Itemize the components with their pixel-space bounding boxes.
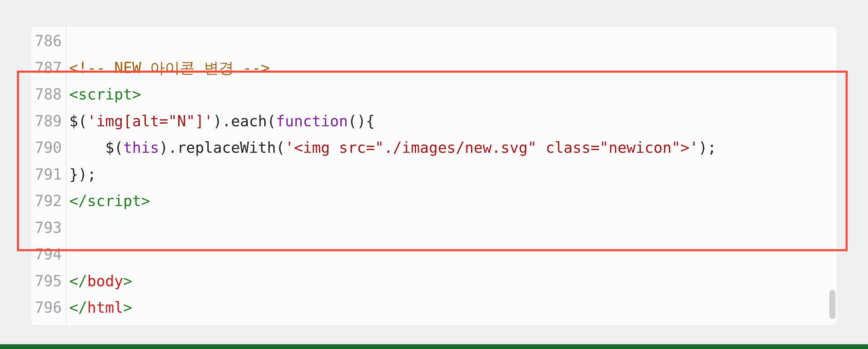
line-number: 787 [31, 55, 66, 81]
line-number: 786 [31, 28, 66, 55]
angle-open-slash: </ [69, 299, 87, 316]
code-line-789: $('img[alt="N"]').each(function(){ [69, 108, 837, 135]
line-number: 794 [31, 241, 66, 268]
code-line-787: <!-- NEW 아이콘 변경 --> [69, 55, 837, 81]
tag-name-script: script [78, 86, 132, 103]
angle-open: < [69, 86, 78, 103]
code-editor: 786 787 788 789 790 791 792 793 794 795 … [31, 26, 837, 325]
code-line-793 [69, 215, 837, 241]
line-number: 792 [31, 188, 66, 215]
js-this-keyword: this [123, 139, 159, 156]
comment-close: --> [243, 59, 269, 76]
line-number: 795 [31, 268, 66, 295]
js-closing: }); [69, 166, 96, 183]
indent [69, 139, 105, 156]
line-number-gutter: 786 787 788 789 790 791 792 793 794 795 … [31, 26, 67, 325]
angle-open-slash: </ [69, 272, 87, 290]
js-paren-brace: (){ [348, 112, 375, 130]
code-line-791: }); [69, 161, 837, 188]
angle-open-slash: </ [69, 192, 87, 209]
tag-name-body: body [87, 272, 123, 290]
js-function-keyword: function [276, 112, 348, 130]
tag-name-script: script [87, 192, 141, 209]
line-number: 791 [31, 161, 66, 188]
comment-text: 아이콘 변경 [141, 59, 243, 76]
code-line-795: </body> [69, 268, 837, 295]
line-number: 796 [31, 294, 66, 321]
code-line-792: </script> [69, 188, 837, 215]
line-number: 788 [31, 81, 66, 108]
code-line-786 [69, 28, 837, 55]
code-line-790: $(this).replaceWith('<img src="./images/… [69, 134, 837, 161]
line-number: 790 [31, 134, 66, 161]
angle-close: > [132, 86, 141, 103]
angle-close: > [123, 299, 132, 316]
js-replacewith-call: ).replaceWith( [159, 139, 285, 156]
js-selector-string: 'img[alt="N"]' [87, 112, 213, 130]
comment-word-new: NEW [114, 59, 141, 76]
vertical-scrollbar-thumb[interactable] [829, 290, 835, 319]
comment-open: <!-- [69, 59, 114, 76]
js-dollar-open: $( [105, 139, 123, 156]
js-close: ); [698, 139, 716, 156]
line-number: 793 [31, 215, 66, 241]
code-line-796: </html> [69, 294, 837, 321]
js-each-call: ).each( [213, 112, 276, 130]
tag-name-html: html [87, 299, 123, 316]
angle-close: > [123, 272, 132, 290]
code-line-794 [69, 241, 837, 268]
js-html-string: '<img src="./images/new.svg" class="newi… [285, 139, 699, 156]
line-number: 789 [31, 108, 66, 135]
bottom-status-bar [0, 344, 868, 349]
code-line-788: <script> [69, 81, 837, 108]
angle-close: > [141, 192, 150, 209]
js-dollar-open: $( [69, 112, 87, 130]
code-content-area[interactable]: <!-- NEW 아이콘 변경 --> <script> $('img[alt=… [67, 26, 837, 325]
